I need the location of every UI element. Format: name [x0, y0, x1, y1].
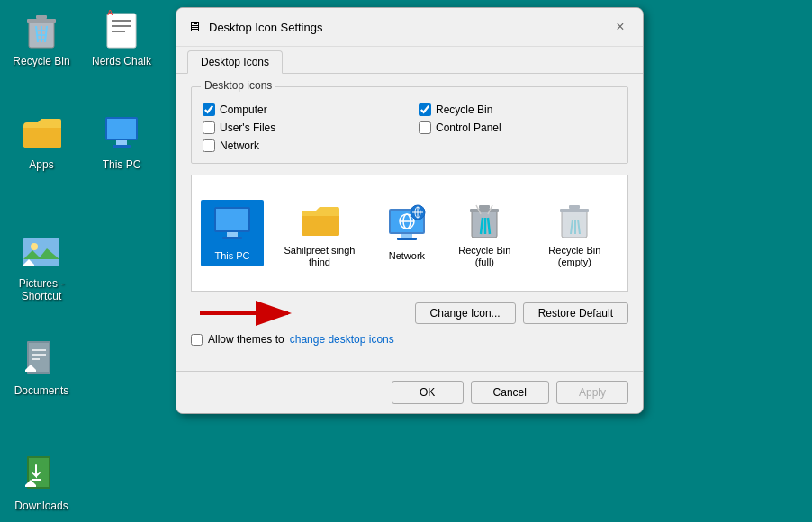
- apps-folder-icon: [20, 112, 63, 155]
- svg-rect-29: [216, 209, 248, 230]
- desktop-icon-settings-dialog: 🖥 Desktop Icon Settings × Desktop Icons …: [176, 7, 644, 414]
- pictures-shortcut-icon: [20, 230, 63, 274]
- svg-rect-10: [116, 140, 127, 145]
- checkbox-control-panel-input[interactable]: [419, 122, 431, 134]
- checkbox-recycle-bin[interactable]: Recycle Bin: [419, 104, 617, 116]
- preview-this-pc-icon: [211, 203, 254, 247]
- ok-button[interactable]: OK: [392, 381, 464, 404]
- svg-rect-38: [397, 238, 417, 240]
- allow-themes-checkbox[interactable]: [191, 334, 203, 346]
- nerds-chalk-label: Nerds Chalk: [92, 55, 151, 68]
- svg-rect-11: [113, 145, 131, 148]
- preview-icon-this-pc[interactable]: This PC: [201, 200, 264, 266]
- checkbox-computer-input[interactable]: [203, 104, 215, 116]
- allow-themes-row: Allow themes to change desktop icons: [191, 333, 628, 346]
- checkbox-computer-label: Computer: [220, 104, 267, 116]
- svg-rect-48: [569, 205, 580, 209]
- preview-icon-network[interactable]: Network: [375, 200, 438, 266]
- preview-recycle-full-label: Recycle Bin (full): [451, 245, 519, 268]
- preview-network-icon: [385, 203, 429, 247]
- checkbox-network[interactable]: Network: [203, 140, 401, 152]
- svg-text:A: A: [107, 8, 113, 17]
- checkboxes-grid: Computer Recycle Bin User's Files Contro…: [203, 104, 617, 152]
- arrow-container: [191, 300, 299, 327]
- recycle-bin-icon: [20, 8, 63, 51]
- nerds-chalk-icon: A: [100, 8, 143, 51]
- downloads-label: Downloads: [14, 500, 68, 512]
- dialog-content: Desktop icons Computer Recycle Bin User'…: [176, 74, 643, 371]
- svg-rect-3: [107, 14, 136, 48]
- checkbox-network-input[interactable]: [203, 140, 215, 152]
- svg-rect-31: [222, 237, 242, 239]
- svg-rect-1: [27, 19, 56, 22]
- close-button[interactable]: ×: [609, 15, 632, 39]
- preview-icon-recycle-full[interactable]: Recycle Bin (full): [447, 194, 522, 272]
- desktop-icon-documents[interactable]: Documents: [5, 338, 77, 397]
- svg-rect-30: [227, 232, 238, 237]
- dialog-title-icon: 🖥: [187, 19, 203, 35]
- preview-recycle-empty-icon: [553, 198, 596, 241]
- svg-rect-47: [560, 209, 589, 212]
- preview-recycle-empty-label: Recycle Bin (empty): [535, 245, 615, 268]
- dialog-title-area: 🖥 Desktop Icon Settings: [187, 19, 322, 35]
- allow-themes-link[interactable]: change desktop icons: [290, 333, 394, 346]
- restore-default-button[interactable]: Restore Default: [523, 302, 628, 324]
- recycle-bin-label: Recycle Bin: [13, 55, 69, 68]
- desktop-icon-nerds-chalk[interactable]: A Nerds Chalk: [86, 8, 158, 68]
- apps-label: Apps: [29, 158, 53, 171]
- svg-rect-44: [470, 209, 499, 212]
- dialog-footer: OK Cancel Apply: [176, 371, 643, 413]
- cancel-button[interactable]: Cancel: [471, 381, 549, 404]
- checkbox-control-panel-label: Control Panel: [436, 122, 501, 134]
- preview-icon-sahilpreet[interactable]: Sahilpreet singh thind: [273, 194, 366, 272]
- preview-sahilpreet-icon: [298, 198, 341, 241]
- desktop-icon-recycle-bin[interactable]: Recycle Bin: [5, 8, 77, 68]
- desktop-icons-group: Desktop icons Computer Recycle Bin User'…: [191, 86, 628, 164]
- change-icon-row: Change Icon... Restore Default: [191, 302, 628, 324]
- pictures-shortcut-label: Pictures - Shortcut: [5, 277, 77, 303]
- documents-label: Documents: [14, 384, 69, 397]
- svg-rect-45: [479, 205, 490, 209]
- preview-network-label: Network: [389, 250, 425, 262]
- checkbox-computer[interactable]: Computer: [203, 104, 401, 116]
- dialog-title-text: Desktop Icon Settings: [209, 21, 322, 34]
- checkbox-recycle-bin-label: Recycle Bin: [436, 104, 492, 116]
- red-arrow-icon: [191, 300, 299, 327]
- change-icon-button[interactable]: Change Icon...: [415, 302, 516, 324]
- preview-icon-recycle-empty[interactable]: Recycle Bin (empty): [531, 194, 618, 272]
- checkbox-network-label: Network: [220, 140, 259, 152]
- group-box-title: Desktop icons: [201, 79, 275, 92]
- preview-recycle-full-icon: [463, 198, 506, 241]
- checkbox-recycle-bin-input[interactable]: [419, 104, 431, 116]
- svg-rect-14: [23, 265, 34, 266]
- apply-button[interactable]: Apply: [556, 381, 628, 404]
- downloads-icon: [20, 453, 63, 496]
- svg-point-13: [31, 243, 38, 250]
- preview-sahilpreet-label: Sahilpreet singh thind: [276, 245, 363, 268]
- icon-preview-box: This PC Sahilpreet singh thind: [191, 175, 628, 292]
- dialog-titlebar: 🖥 Desktop Icon Settings ×: [176, 8, 643, 47]
- svg-rect-21: [25, 370, 36, 372]
- dialog-tabs: Desktop Icons: [176, 47, 643, 74]
- svg-rect-26: [25, 485, 36, 487]
- desktop-icon-downloads[interactable]: Downloads: [5, 453, 77, 512]
- svg-rect-9: [107, 119, 136, 139]
- this-pc-label: This PC: [103, 158, 141, 171]
- desktop-icon-apps[interactable]: Apps: [5, 112, 77, 171]
- checkbox-users-files[interactable]: User's Files: [203, 122, 401, 134]
- checkbox-users-files-input[interactable]: [203, 122, 215, 134]
- svg-rect-2: [36, 15, 47, 19]
- tab-desktop-icons[interactable]: Desktop Icons: [187, 50, 283, 74]
- preview-this-pc-label: This PC: [214, 250, 249, 262]
- svg-rect-37: [401, 234, 412, 238]
- documents-icon: [20, 338, 63, 381]
- allow-themes-text-before: Allow themes to: [208, 333, 284, 346]
- this-pc-icon: [100, 112, 143, 155]
- checkbox-users-files-label: User's Files: [220, 122, 275, 134]
- checkbox-control-panel[interactable]: Control Panel: [419, 122, 617, 134]
- desktop-icon-pictures-shortcut[interactable]: Pictures - Shortcut: [5, 230, 77, 303]
- desktop-icon-this-pc[interactable]: This PC: [86, 112, 158, 171]
